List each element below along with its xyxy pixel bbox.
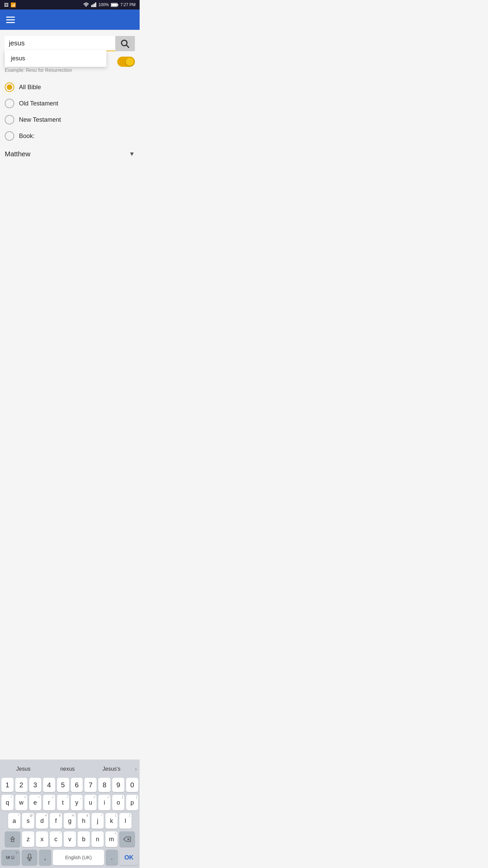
key-d[interactable]: d# (36, 813, 48, 829)
dot-key[interactable]: . (106, 850, 118, 865)
key-0[interactable]: 0 (126, 778, 138, 792)
suggestion-nexus[interactable]: nexus (45, 765, 89, 773)
key-x[interactable]: x' (36, 831, 48, 847)
app-bar (0, 9, 140, 30)
key-o[interactable]: o[ (112, 795, 124, 810)
keyboard-container: Jesus nexus Jesus's › 1 2 3 4 5 6 7 8 9 … (0, 760, 140, 868)
gallery-icon: 🖼 (4, 2, 8, 7)
ok-key[interactable]: OK (120, 850, 138, 865)
radio-circle-old-testament (5, 99, 14, 108)
svg-rect-3 (95, 2, 96, 7)
search-area: jesus (0, 30, 140, 55)
search-row (5, 36, 135, 51)
key-b[interactable]: b; (78, 831, 90, 847)
space-key[interactable]: English (UK) (53, 850, 104, 865)
suggestion-more-icon[interactable]: › (134, 766, 138, 773)
key-t[interactable]: t/ (57, 795, 69, 810)
key-g[interactable]: g% (64, 813, 76, 829)
radio-label-book: Book: (19, 133, 35, 140)
keyboard-row-2: a! s@ d# f$ g% h& j* k( l) (0, 812, 140, 830)
search-icon (120, 39, 130, 48)
radio-all-bible[interactable]: All Bible (5, 79, 135, 95)
emoji-key[interactable]: !#☺ ⚙ (1, 850, 20, 865)
radio-circle-all-bible (5, 82, 14, 92)
keyboard-row-1: q+ w× e÷ r= t/ y_ u< i> o[ p] (0, 793, 140, 812)
svg-rect-6 (118, 4, 119, 5)
key-6[interactable]: 6 (71, 778, 83, 792)
key-v[interactable]: v: (64, 831, 76, 847)
svg-line-8 (126, 45, 129, 48)
signal-icon (91, 2, 97, 7)
svg-rect-9 (11, 839, 14, 842)
key-j[interactable]: j* (92, 813, 104, 829)
search-button[interactable] (115, 36, 135, 51)
autocomplete-dropdown: jesus (5, 50, 106, 67)
key-a[interactable]: a! (8, 813, 20, 829)
keyboard-row-3: z- x' c" v: b; n, m? (0, 830, 140, 848)
search-input[interactable] (5, 36, 115, 51)
key-7[interactable]: 7 (84, 778, 97, 792)
battery-text: 100% (99, 2, 109, 7)
radio-label-old-testament: Old Testament (19, 100, 58, 107)
key-3[interactable]: 3 (29, 778, 41, 792)
status-bar: 🖼 📶 100% 7:27 PM (0, 0, 140, 9)
mic-key[interactable] (22, 850, 37, 865)
key-e[interactable]: e÷ (29, 795, 41, 810)
radio-circle-new-testament (5, 115, 14, 124)
radio-circle-book (5, 131, 14, 141)
time-text: 7:27 PM (120, 2, 136, 7)
keyboard-bottom-row: !#☺ ⚙ , English (UK) . OK (0, 848, 140, 868)
key-h[interactable]: h& (78, 813, 90, 829)
key-q[interactable]: q+ (1, 795, 14, 810)
key-r[interactable]: r= (43, 795, 55, 810)
key-y[interactable]: y_ (71, 795, 83, 810)
example-text: Example: Resu for Resurrection (0, 67, 140, 76)
key-u[interactable]: u< (84, 795, 97, 810)
battery-icon (111, 3, 118, 7)
key-n[interactable]: n, (92, 831, 104, 847)
key-w[interactable]: w× (15, 795, 27, 810)
book-label: Matthew (5, 150, 30, 158)
comma-key[interactable]: , (39, 850, 51, 865)
key-4[interactable]: 4 (43, 778, 55, 792)
key-1[interactable]: 1 (1, 778, 14, 792)
radio-book[interactable]: Book: (5, 128, 135, 144)
key-c[interactable]: c" (50, 831, 62, 847)
backspace-key[interactable] (119, 831, 135, 847)
svg-rect-5 (111, 3, 117, 6)
key-9[interactable]: 9 (112, 778, 124, 792)
key-f[interactable]: f$ (50, 813, 62, 829)
suggestion-jesus[interactable]: Jesus (1, 765, 45, 773)
key-5[interactable]: 5 (57, 778, 69, 792)
key-i[interactable]: i> (98, 795, 110, 810)
radio-new-testament[interactable]: New Testament (5, 112, 135, 128)
wifi-icon (83, 2, 89, 7)
key-8[interactable]: 8 (98, 778, 110, 792)
autocomplete-item[interactable]: jesus (5, 50, 106, 67)
key-l[interactable]: l) (119, 813, 131, 829)
shift-key[interactable] (5, 831, 20, 847)
svg-rect-2 (94, 3, 95, 7)
suggestion-jesuss[interactable]: Jesus's (89, 765, 134, 773)
key-s[interactable]: s@ (22, 813, 34, 829)
radio-options: All Bible Old Testament New Testament Bo… (0, 76, 140, 147)
status-bar-left: 🖼 📶 (4, 2, 16, 7)
chevron-down-icon: ▼ (129, 151, 135, 158)
svg-rect-1 (93, 4, 94, 7)
key-k[interactable]: k( (105, 813, 118, 829)
radio-label-new-testament: New Testament (19, 116, 61, 123)
book-dropdown[interactable]: Matthew ▼ (0, 147, 140, 161)
key-z[interactable]: z- (22, 831, 34, 847)
key-2[interactable]: 2 (15, 778, 27, 792)
key-m[interactable]: m? (105, 831, 118, 847)
key-p[interactable]: p] (126, 795, 138, 810)
toggle-switch[interactable] (117, 57, 135, 67)
svg-rect-12 (28, 854, 30, 858)
number-row: 1 2 3 4 5 6 7 8 9 0 (0, 776, 140, 793)
sim-icon: 📶 (11, 2, 16, 7)
word-suggestions: Jesus nexus Jesus's › (0, 762, 140, 776)
menu-button[interactable] (6, 17, 15, 23)
radio-old-testament[interactable]: Old Testament (5, 95, 135, 112)
search-input-wrapper (5, 36, 115, 51)
svg-rect-0 (91, 5, 92, 7)
